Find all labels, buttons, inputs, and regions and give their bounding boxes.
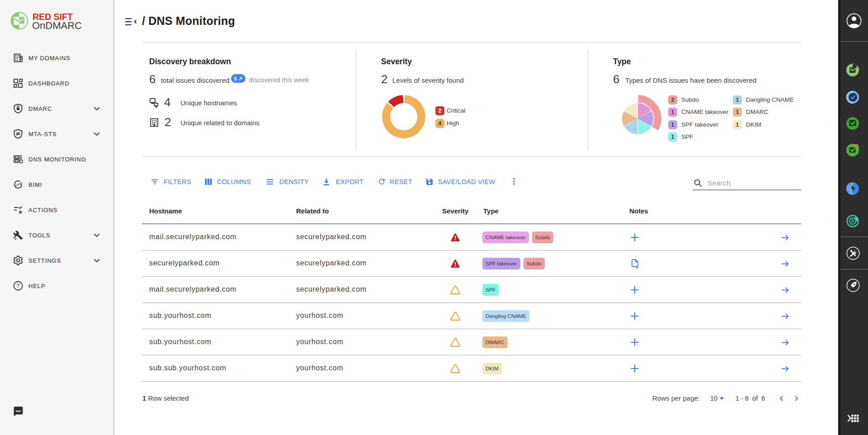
svg-text:LOGO: LOGO xyxy=(15,182,23,187)
svg-text:?: ? xyxy=(17,283,20,289)
